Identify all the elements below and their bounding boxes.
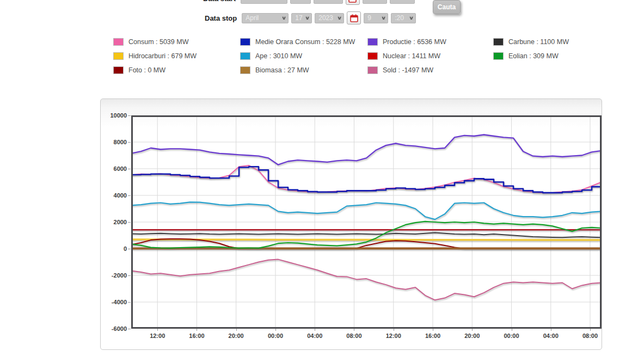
series-line-ape: [131, 202, 602, 219]
legend-swatch: [113, 66, 124, 74]
series-line-carbune: [131, 233, 602, 238]
legend-label: Medie Orara Consum : 5228 MW: [255, 38, 355, 46]
x-axis-tick: [197, 329, 197, 331]
legend-swatch: [240, 66, 250, 74]
y-axis-label: 0: [101, 245, 127, 253]
data-stop-day-select[interactable]: 17∨: [291, 13, 312, 23]
legend-item-foto: Foto : 0 MW: [113, 66, 240, 74]
y-axis-label: 10000: [101, 112, 127, 119]
legend-item-medie-orara-consum: Medie Orara Consum : 5228 MW: [240, 38, 367, 46]
x-axis-tick: [472, 329, 473, 331]
data-start-label: Data start: [203, 0, 236, 3]
calendar-icon: [350, 14, 358, 22]
x-axis-tick: [236, 329, 237, 331]
legend-label: Eolian : 309 MW: [508, 52, 559, 60]
y-axis-label: 2000: [101, 219, 127, 226]
legend: Consum : 5039 MWMedie Orara Consum : 522…: [113, 35, 625, 77]
chevron-down-icon: ∨: [304, 15, 310, 21]
legend-swatch: [367, 66, 378, 74]
x-axis-label: 20:00: [459, 333, 485, 339]
y-axis-label: -6000: [101, 325, 127, 333]
legend-swatch: [113, 38, 124, 46]
x-axis-tick: [275, 329, 276, 331]
series-line-medie-orara-consum: [131, 167, 602, 193]
data-start-hour-select[interactable]: ∨: [363, 0, 387, 4]
series-line-sold: [131, 260, 602, 300]
x-axis-label: 04:00: [538, 333, 564, 339]
legend-swatch: [240, 52, 250, 60]
legend-item-consum: Consum : 5039 MW: [113, 38, 240, 46]
data-stop-month-select[interactable]: April∨: [242, 13, 289, 23]
x-axis-label: 12:00: [381, 333, 407, 339]
y-axis-tick: [128, 169, 131, 169]
legend-item-sold: Sold : -1497 MW: [367, 66, 493, 74]
calendar-button[interactable]: [346, 0, 360, 5]
legend-label: Productie : 6536 MW: [383, 38, 446, 46]
x-axis-label: 00:00: [262, 333, 289, 339]
legend-label: Sold : -1497 MW: [383, 66, 433, 74]
x-axis-tick: [157, 329, 158, 331]
chevron-down-icon: ∨: [335, 0, 341, 1]
data-start-day-select[interactable]: ∨: [290, 0, 311, 4]
chart-panel: 1000080006000400020000-2000-4000-600012:…: [100, 99, 602, 350]
legend-item-carbune: Carbune : 1100 MW: [493, 38, 618, 46]
data-start-month-select[interactable]: ∨: [241, 0, 287, 4]
legend-swatch: [493, 38, 504, 46]
legend-label: Foto : 0 MW: [128, 66, 165, 74]
y-axis-label: -2000: [101, 272, 127, 279]
series-line-eolian: [131, 221, 602, 248]
power-chart: [131, 115, 602, 329]
x-axis-label: 20:00: [223, 333, 249, 339]
search-button[interactable]: Cauta: [433, 0, 461, 14]
x-axis-label: 08:00: [577, 333, 603, 339]
data-stop-year-select[interactable]: 2023∨: [315, 13, 344, 23]
y-axis-tick: [128, 249, 131, 249]
y-axis-tick: [128, 302, 131, 303]
legend-item-hidrocarburi: Hidrocarburi : 679 MW: [113, 52, 240, 60]
y-axis-tick: [128, 142, 131, 143]
y-axis-tick: [128, 329, 131, 329]
x-axis-tick: [394, 329, 394, 331]
legend-label: Consum : 5039 MW: [128, 38, 188, 46]
legend-item-eolian: Eolian : 309 MW: [493, 52, 618, 60]
legend-item-nuclear: Nuclear : 1411 MW: [367, 52, 493, 60]
x-axis-tick: [354, 329, 354, 331]
data-stop-row: Data stop April∨ 17∨ 2023∨ 9∨ :20∨: [205, 11, 416, 24]
legend-label: Hidrocarburi : 679 MW: [128, 52, 197, 60]
calendar-button[interactable]: [347, 11, 361, 24]
x-axis-tick: [512, 329, 512, 331]
y-axis-label: 4000: [101, 192, 127, 199]
legend-label: Nuclear : 1411 MW: [383, 52, 440, 60]
x-axis-label: 12:00: [144, 333, 170, 339]
x-axis-label: 08:00: [341, 333, 367, 339]
data-stop-minute-select[interactable]: :20∨: [391, 13, 416, 23]
legend-label: Biomasa : 27 MW: [255, 66, 309, 74]
data-start-minute-select[interactable]: ∨: [390, 0, 415, 4]
legend-item-biomasa: Biomasa : 27 MW: [240, 66, 367, 74]
x-axis-tick: [590, 329, 591, 331]
chevron-down-icon: ∨: [280, 0, 285, 1]
legend-item-productie: Productie : 6536 MW: [367, 38, 493, 46]
chevron-down-icon: ∨: [408, 15, 414, 21]
legend-swatch: [493, 52, 504, 60]
y-axis-tick: [128, 222, 131, 223]
legend-swatch: [113, 52, 124, 60]
legend-item-ape: Ape : 3010 MW: [240, 52, 367, 60]
x-axis-label: 16:00: [420, 333, 446, 339]
x-axis-tick: [433, 329, 433, 331]
x-axis-label: 16:00: [183, 333, 210, 339]
data-stop-label: Data stop: [205, 14, 237, 22]
data-start-year-select[interactable]: ∨: [314, 0, 343, 4]
chevron-down-icon: ∨: [381, 15, 386, 21]
series-line-consum: [131, 165, 602, 193]
legend-swatch: [367, 52, 378, 60]
y-axis-label: 8000: [101, 139, 127, 146]
y-axis-tick: [128, 275, 131, 276]
data-stop-hour-select[interactable]: 9∨: [364, 13, 388, 23]
legend-swatch: [367, 38, 378, 46]
x-axis-label: 00:00: [499, 333, 525, 339]
chevron-down-icon: ∨: [407, 0, 413, 1]
chevron-down-icon: ∨: [336, 15, 342, 21]
y-axis-label: -4000: [101, 299, 127, 306]
chevron-down-icon: ∨: [281, 15, 286, 21]
